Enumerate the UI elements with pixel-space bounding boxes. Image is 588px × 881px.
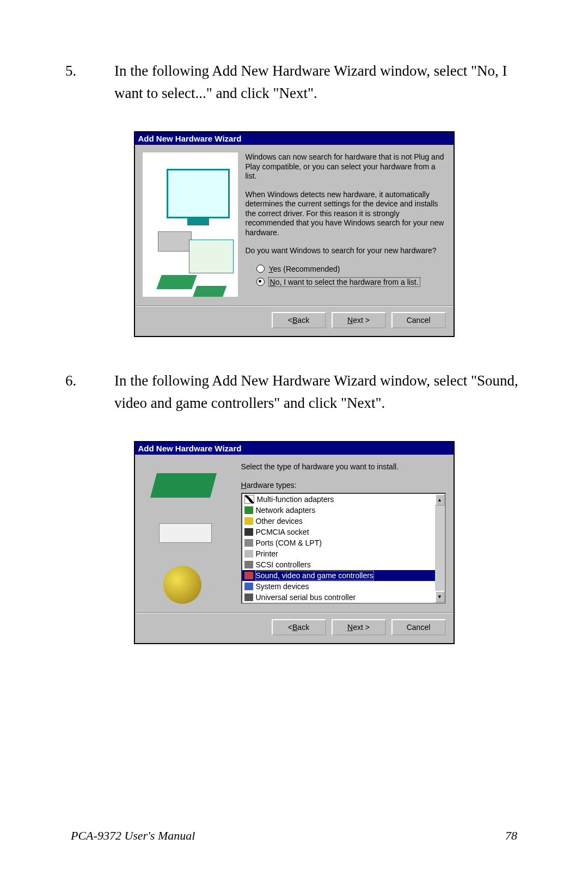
- cancel-button[interactable]: Cancel: [391, 619, 446, 635]
- step-6-text: In the following Add New Hardware Wizard…: [114, 370, 523, 414]
- scrollbar[interactable]: ▲ ▼: [435, 494, 445, 603]
- list-item[interactable]: Ports (COM & LPT): [242, 537, 435, 548]
- page-footer: PCA-9372 User's Manual 78: [0, 829, 588, 843]
- footer-page-number: 78: [505, 829, 517, 843]
- scroll-down-button[interactable]: ▼: [435, 591, 445, 603]
- list-item[interactable]: Other devices: [242, 516, 435, 527]
- radio-option-no[interactable]: No, I want to select the hardware from a…: [256, 278, 446, 286]
- hardware-types-label: Hardware types:: [241, 481, 446, 490]
- list-item-selected[interactable]: Sound, video and game controllers: [242, 570, 435, 581]
- cancel-button[interactable]: Cancel: [391, 312, 446, 328]
- list-item[interactable]: Universal serial bus controller: [242, 592, 435, 603]
- dialog-title: Add New Hardware Wizard: [135, 132, 454, 145]
- device-icon: [244, 506, 253, 514]
- document-page: 5. In the following Add New Hardware Wiz…: [0, 0, 588, 881]
- step-5: 5. In the following Add New Hardware Wiz…: [65, 60, 523, 104]
- dialog-paragraph-1: Windows can now search for hardware that…: [246, 152, 446, 181]
- device-icon: [244, 594, 253, 601]
- divider: [135, 305, 454, 307]
- list-item[interactable]: SCSI controllers: [242, 559, 435, 570]
- list-item[interactable]: Multi-function adapters: [242, 494, 435, 505]
- radio-icon-selected: [256, 278, 265, 286]
- list-item[interactable]: System devices: [242, 581, 435, 592]
- dialog2-prompt: Select the type of hardware you want to …: [241, 462, 446, 472]
- step-6: 6. In the following Add New Hardware Wiz…: [65, 370, 523, 414]
- device-icon: [244, 495, 254, 504]
- next-button[interactable]: Next >: [332, 312, 386, 328]
- list-item[interactable]: Network adapters: [242, 505, 435, 516]
- next-button[interactable]: Next >: [332, 619, 386, 635]
- step-5-text: In the following Add New Hardware Wizard…: [114, 60, 523, 104]
- radio-icon: [256, 265, 265, 273]
- back-button[interactable]: < Back: [272, 619, 326, 635]
- wizard-graphic-2: [143, 462, 232, 604]
- device-icon: [244, 572, 253, 579]
- dialog-paragraph-2: When Windows detects new hardware, it au…: [246, 190, 446, 238]
- device-icon: [244, 517, 253, 525]
- device-icon: [244, 561, 253, 568]
- dialog-add-hardware-2: Add New Hardware Wizard Select the type …: [134, 441, 455, 644]
- device-icon: [244, 539, 253, 547]
- radio-no-label: No, I want to select the hardware from a…: [269, 278, 420, 286]
- scroll-up-button[interactable]: ▲: [435, 494, 445, 506]
- device-icon: [244, 583, 253, 590]
- dialog-title-2: Add New Hardware Wizard: [135, 442, 454, 455]
- footer-manual-title: PCA-9372 User's Manual: [71, 829, 195, 843]
- device-icon: [244, 528, 253, 536]
- step-6-number: 6.: [65, 370, 114, 414]
- list-item[interactable]: Printer: [242, 548, 435, 559]
- screenshot-1: Add New Hardware Wizard Windows can now …: [65, 131, 523, 337]
- scroll-track[interactable]: [435, 506, 445, 591]
- back-button[interactable]: < Back: [272, 312, 326, 328]
- dialog-add-hardware-1: Add New Hardware Wizard Windows can now …: [134, 131, 455, 337]
- dialog-paragraph-3: Do you want Windows to search for your n…: [246, 246, 446, 256]
- wizard-graphic: [143, 152, 238, 297]
- radio-yes-label: Yes (Recommended): [269, 265, 340, 273]
- radio-option-yes[interactable]: Yes (Recommended): [256, 265, 446, 273]
- list-item[interactable]: PCMCIA socket: [242, 527, 435, 537]
- divider: [135, 613, 454, 614]
- hardware-types-list[interactable]: Multi-function adapters Network adapters…: [241, 493, 446, 604]
- step-5-number: 5.: [65, 60, 114, 104]
- device-icon: [244, 550, 253, 558]
- screenshot-2: Add New Hardware Wizard Select the type …: [65, 441, 523, 644]
